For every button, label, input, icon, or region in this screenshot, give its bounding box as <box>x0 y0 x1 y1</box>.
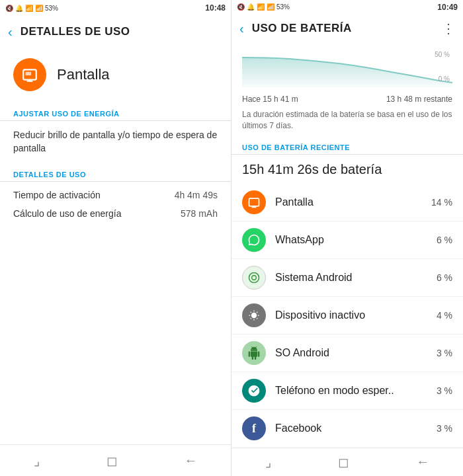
back-nav-button-right[interactable]: ← <box>416 454 429 469</box>
wifi-icon: 📶 <box>25 5 33 12</box>
app-icon-left <box>13 58 46 91</box>
alarm-icon-r: 🔔 <box>247 3 255 11</box>
back-button-right[interactable]: ‹ <box>239 21 244 36</box>
app-icon-facebook: f <box>242 416 266 440</box>
status-icons-left: 🔇 🔔 📶 📶 53% <box>5 5 58 12</box>
battery-left: 53% <box>45 5 58 12</box>
app-header: Pantalla <box>0 48 231 102</box>
svg-rect-4 <box>249 199 259 207</box>
mute-icon-r: 🔇 <box>237 3 245 11</box>
battery-apps-list: Pantalla 14 % WhatsApp 6 % Sistema Andro… <box>232 184 463 447</box>
mute-icon: 🔇 <box>5 5 13 12</box>
app-pct-dispositivo: 4 % <box>431 310 452 321</box>
app-name-left: Pantalla <box>57 66 110 83</box>
bottom-nav-right: ⌟ ◻ ← <box>232 448 463 477</box>
app-name-sistema: Sistema Android <box>275 272 422 284</box>
list-item[interactable]: Sistema Android 6 % <box>232 259 463 297</box>
divider-2 <box>0 181 231 182</box>
battery-time-row: Hace 15 h 41 m 13 h 48 m restante <box>232 95 463 106</box>
app-icon-whatsapp <box>242 228 266 252</box>
battery-graph: 50 % 0 % <box>232 46 463 95</box>
app-pct-so-android: 3 % <box>431 348 452 358</box>
svg-point-7 <box>251 313 257 318</box>
app-icon-dispositivo <box>242 303 266 327</box>
list-item[interactable]: WhatsApp 6 % <box>232 221 463 259</box>
signal-icon: 📶 <box>35 5 43 12</box>
more-options-button[interactable]: ⋮ <box>442 20 455 36</box>
status-icons-right: 🔇 🔔 📶 📶 53% <box>237 3 290 11</box>
top-bar-left: ‹ DETALLES DE USO <box>0 16 231 48</box>
energy-value: 578 mAh <box>181 208 218 219</box>
app-name-dispositivo: Dispositivo inactivo <box>275 309 422 321</box>
battery-right: 53% <box>276 3 290 11</box>
graph-label-0: 0 % <box>439 75 450 83</box>
list-item[interactable]: Pantalla 14 % <box>232 184 463 221</box>
energy-label: Cálculo de uso de energía <box>13 208 121 219</box>
section-label-energy: AJUSTAR USO DE ENERGÍA <box>0 102 231 120</box>
app-name-facebook: Facebook <box>275 422 422 434</box>
app-pct-facebook: 3 % <box>431 423 452 434</box>
app-pct-modo-espera: 3 % <box>431 385 452 396</box>
recent-apps-button-left[interactable]: ⌟ <box>34 453 40 469</box>
detail-row-energy: Cálculo de uso de energía 578 mAh <box>0 204 231 223</box>
app-name-modo-espera: Teléfono en modo esper.. <box>275 385 422 397</box>
home-button-right[interactable]: ◻ <box>338 454 349 470</box>
list-item[interactable]: Teléfono en modo esper.. 3 % <box>232 372 463 410</box>
app-pct-sistema: 6 % <box>431 272 452 283</box>
list-item[interactable]: Dispositivo inactivo 4 % <box>232 297 463 335</box>
app-icon-pantalla <box>242 190 266 214</box>
app-name-pantalla: Pantalla <box>275 196 422 208</box>
activation-label: Tiempo de activación <box>13 190 101 200</box>
app-icon-sistema <box>242 266 266 290</box>
recent-divider <box>232 154 463 155</box>
page-title-right: USO DE BATERÍA <box>252 22 352 35</box>
alarm-icon: 🔔 <box>15 5 23 12</box>
section-desc-energy: Reducir brillo de pantalla y/o tiempo de… <box>0 125 231 163</box>
back-nav-button-left[interactable]: ← <box>185 453 198 468</box>
top-bar-right: ‹ USO DE BATERÍA ⋮ <box>232 15 463 43</box>
app-name-so-android: SO Android <box>275 347 422 359</box>
time-right: 10:49 <box>437 3 458 12</box>
total-battery-time: 15h 41m 26s de batería <box>232 157 463 184</box>
activation-value: 4h 4m 49s <box>175 190 218 200</box>
status-bar-left: 🔇 🔔 📶 📶 53% 10:48 <box>0 0 231 16</box>
time-left: 10:48 <box>205 3 226 13</box>
divider-1 <box>0 120 231 121</box>
wifi-icon-r: 📶 <box>257 3 265 11</box>
signal-icon-r: 📶 <box>267 3 274 11</box>
section-label-details: DETALLES DE USO <box>0 163 231 181</box>
app-pct-pantalla: 14 % <box>431 197 452 208</box>
recent-apps-button-right[interactable]: ⌟ <box>265 454 271 470</box>
svg-rect-3 <box>26 72 32 75</box>
list-item[interactable]: f Facebook 3 % <box>232 410 463 447</box>
back-button-left[interactable]: ‹ <box>8 24 13 40</box>
recent-section-label: USO DE BATERÍA RECIENTE <box>232 137 463 154</box>
page-title-left: DETALLES DE USO <box>21 25 130 38</box>
status-bar-right: 🔇 🔔 📶 📶 53% 10:49 <box>232 0 463 15</box>
bottom-nav-left: ⌟ ◻ ← <box>0 444 231 476</box>
app-name-whatsapp: WhatsApp <box>275 234 422 246</box>
app-icon-so-android <box>242 341 266 365</box>
battery-desc: La duración estimada de la batería se ba… <box>232 106 463 137</box>
time-remaining: 13 h 48 m restante <box>386 95 452 104</box>
time-ago: Hace 15 h 41 m <box>242 95 298 104</box>
list-item[interactable]: SO Android 3 % <box>232 335 463 372</box>
app-pct-whatsapp: 6 % <box>431 235 452 245</box>
app-icon-modo-espera <box>242 379 266 403</box>
detail-row-activation: Tiempo de activación 4h 4m 49s <box>0 186 231 204</box>
right-panel: 🔇 🔔 📶 📶 53% 10:49 ‹ USO DE BATERÍA ⋮ 50 … <box>232 0 463 476</box>
home-button-left[interactable]: ◻ <box>106 453 118 469</box>
graph-svg-area <box>242 51 452 87</box>
left-panel: 🔇 🔔 📶 📶 53% 10:48 ‹ DETALLES DE USO Pant… <box>0 0 232 476</box>
